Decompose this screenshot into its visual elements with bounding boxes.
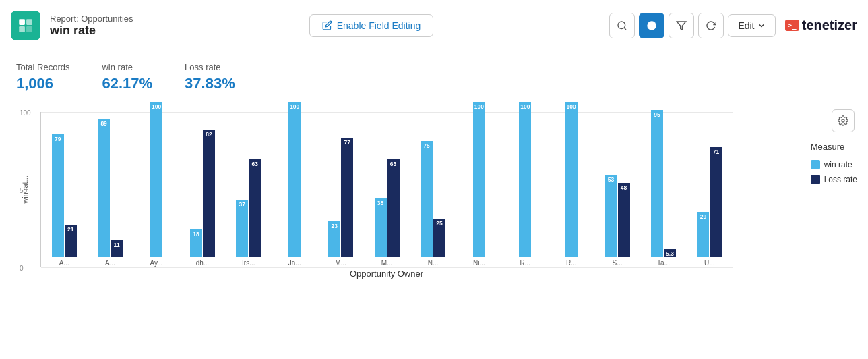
loss-rate-label: Loss rate [185,62,235,72]
header: Report: Opportunities win rate Enable Fi… [0,0,868,51]
win-bar: 79 [52,134,64,257]
loss-bar: 71 [710,147,722,257]
svg-rect-1 [26,19,32,25]
edit-button[interactable]: Edit [728,14,775,37]
win-bar-label: 100 [152,102,161,110]
bar-pair: 5348 [605,102,630,257]
bar-group: 100Ay... [133,102,179,267]
x-axis-tick-label: dh... [196,259,209,267]
win-bar-label: 100 [290,102,299,110]
win-bar: 100 [473,102,485,257]
win-bar: 23 [328,221,340,257]
bar-pair: 100 [473,102,485,257]
win-bar-label: 100 [474,102,484,110]
loss-bar: 63 [249,159,261,257]
svg-marker-7 [677,22,686,30]
win-bar: 37 [236,200,248,257]
svg-point-4 [618,22,625,29]
y-axis-label: win rat... [21,175,29,204]
x-axis-title: Opportunity Owner [11,269,857,279]
bar-pair: 100 [565,102,578,257]
bar-pair: 2971 [697,102,722,257]
report-subtitle: Report: Opportunities [50,13,133,24]
loss-bar: 63 [388,159,400,257]
loss-bar: 5.3 [664,249,676,257]
win-bar: 38 [375,198,387,257]
x-axis-tick-label: Ay... [150,259,162,267]
svg-rect-3 [26,26,32,32]
total-records-label: Total Records [16,62,69,72]
win-bar-label: 95 [654,110,660,118]
loss-bar: 25 [433,219,445,258]
report-name: win rate [50,24,133,38]
win-bar: 100 [288,102,301,257]
refresh-icon [706,20,716,31]
win-bar: 89 [98,119,110,257]
loss-rate-value: 37.83% [185,75,235,92]
win-rate-stat: win rate 62.17% [102,62,152,92]
brand-icon: >_ [785,20,799,31]
header-center: Enable Field Editing [133,14,610,37]
bar-group: 100Ja... [272,102,317,267]
bar-pair: 2377 [328,102,353,257]
chart-view-button[interactable] [639,13,664,38]
app-logo-icon [17,17,34,34]
x-axis-tick-label: Ja... [288,259,301,267]
search-icon [617,20,627,31]
win-bar-label: 23 [331,221,337,229]
bar-pair: 3763 [236,102,261,257]
grid-line: 0 [41,267,733,268]
win-bar-label: 29 [700,212,706,220]
x-axis-tick-label: R... [520,259,530,267]
bar-group: 5348S... [594,102,640,267]
win-rate-value: 62.17% [102,75,152,92]
bar-group: 2377M... [317,102,363,267]
bar-pair: 8911 [98,102,123,257]
bar-pair: 3863 [375,102,400,257]
loss-rate-stat: Loss rate 37.83% [185,62,235,92]
chart-area: Measure win rate Loss rate win rat... 05… [0,101,868,359]
filter-icon [676,20,687,31]
bar-chart: 0501007921A...8911A...100Ay...1882dh...3… [40,112,733,267]
x-axis-tick-label: M... [335,259,346,267]
filter-button[interactable] [669,13,694,38]
loss-bar-label: 25 [436,219,442,227]
bar-group: 1882dh... [179,102,225,267]
svg-rect-0 [19,19,25,25]
loss-bar-label: 63 [252,159,258,167]
win-bar-label: 89 [100,119,106,127]
brand-name: tenetizer [802,18,857,33]
bar-pair: 7921 [52,102,77,257]
bar-pair: 100 [519,102,531,257]
loss-bar: 11 [111,240,123,257]
x-axis-tick-label: M... [381,259,393,267]
bar-group: 7525N... [410,102,456,267]
enable-field-editing-button[interactable]: Enable Field Editing [309,14,434,37]
bar-group: 955.3Ta... [640,102,686,267]
refresh-button[interactable] [698,13,724,38]
x-axis-tick-label: A... [59,259,69,267]
win-bar: 100 [150,102,162,257]
bar-group: 100R... [502,102,548,267]
bar-pair: 1882 [190,102,215,257]
loss-bar-label: 5.3 [666,249,674,257]
win-bar-label: 53 [608,175,614,183]
bar-pair: 955.3 [651,102,676,257]
search-button[interactable] [609,13,635,38]
win-bar-label: 75 [423,141,429,149]
bar-group: 7921A... [41,102,87,267]
win-bar: 95 [651,110,663,258]
total-records-stat: Total Records 1,006 [16,62,69,92]
brand-logo: >_ tenetizer [785,18,858,33]
win-bar-label: 100 [567,102,576,110]
bar-pair: 100 [150,102,162,257]
win-bar: 100 [565,102,578,257]
win-bar-label: 79 [55,134,61,142]
loss-bar: 21 [65,225,77,257]
x-axis-tick-label: Ta... [657,259,670,267]
bar-group: 100Ni... [456,102,502,267]
x-axis-tick-label: N... [428,259,439,267]
win-bar: 18 [190,229,202,257]
stats-row: Total Records 1,006 win rate 62.17% Loss… [0,51,868,101]
win-rate-label: win rate [102,62,152,72]
